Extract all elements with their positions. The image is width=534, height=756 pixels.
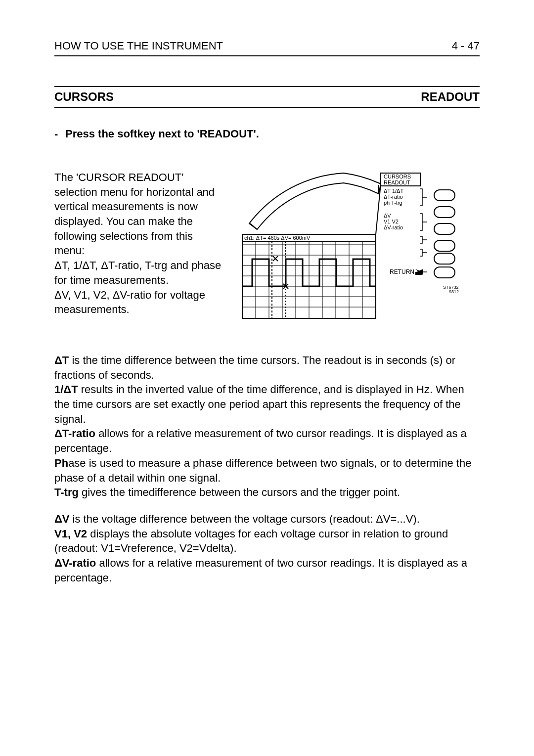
definitions: ΔT is the time difference between the ti… bbox=[54, 353, 480, 585]
intro-l7: for time measurements. bbox=[54, 274, 169, 286]
svg-rect-36 bbox=[434, 207, 455, 218]
def-tratio-text: allows for a relative measurement of two… bbox=[54, 427, 467, 454]
instruction-line: -Press the softkey next to 'READOUT'. bbox=[54, 128, 480, 140]
scope-readout: ch1: ΔT= 460s ΔV= 600mV bbox=[244, 235, 311, 241]
intro-l8: ΔV, V1, V2, ΔV-ratio for voltage bbox=[54, 289, 205, 301]
svg-line-1 bbox=[250, 223, 257, 229]
page: HOW TO USE THE INSTRUMENT 4 - 47 CURSORS… bbox=[0, 0, 534, 756]
intro-l2: selection menu for horizontal and bbox=[54, 186, 215, 198]
menu-row-dt: ΔT 1/ΔT bbox=[384, 188, 403, 194]
page-number: 4 - 47 bbox=[452, 40, 480, 52]
menu-row-dvratio: ΔV-ratio bbox=[384, 224, 403, 230]
svg-rect-35 bbox=[434, 190, 455, 201]
menu-row-dtratio: ΔT-ratio bbox=[384, 194, 403, 200]
def-v1v2-text: displays the absolute voltages for each … bbox=[54, 528, 448, 555]
svg-rect-37 bbox=[434, 223, 455, 234]
svg-rect-39 bbox=[434, 253, 455, 264]
svg-rect-38 bbox=[434, 240, 455, 251]
scope-diagram: ch1: ΔT= 460s ΔV= 600mV CURSORS READOUT bbox=[222, 170, 480, 323]
section-left: CURSORS bbox=[54, 90, 114, 104]
intro-l9: measurements. bbox=[54, 303, 130, 315]
intro-l4: displayed. You can make the bbox=[54, 215, 193, 227]
def-dv-text: is the voltage difference between the vo… bbox=[70, 513, 420, 525]
svg-rect-40 bbox=[434, 267, 455, 278]
def-phase-bold: Ph bbox=[54, 457, 68, 469]
intro-l1: The 'CURSOR READOUT' bbox=[54, 171, 183, 183]
menu-row-dv: ΔV bbox=[384, 213, 391, 219]
intro-paragraph: The 'CURSOR READOUT' selection menu for … bbox=[54, 170, 222, 317]
def-dv-bold: ΔV bbox=[54, 513, 70, 525]
page-header: HOW TO USE THE INSTRUMENT 4 - 47 bbox=[54, 40, 480, 56]
intro-l5: following selections from this menu: bbox=[54, 230, 193, 257]
intro-l6: ΔT, 1/ΔT, ΔT-ratio, T-trg and phase bbox=[54, 259, 221, 271]
softkey-buttons bbox=[434, 190, 455, 278]
instruction-text: Press the softkey next to 'READOUT'. bbox=[65, 128, 259, 140]
def-invdt-bold: 1/ΔT bbox=[54, 383, 78, 396]
def-tratio-bold: ΔT-ratio bbox=[54, 427, 95, 440]
diagram-ref-2: 9312 bbox=[449, 289, 459, 294]
scope-svg: ch1: ΔT= 460s ΔV= 600mV CURSORS READOUT bbox=[232, 170, 470, 323]
menu-row-v1v2: V1 V2 bbox=[384, 219, 399, 224]
def-dt-text: is the time difference between the time … bbox=[54, 354, 455, 381]
def-ttrg-text: gives the timedifference between the cur… bbox=[79, 486, 400, 498]
def-invdt-text: results in the inverted value of the tim… bbox=[54, 383, 464, 425]
menu-return-label: RETURN bbox=[390, 268, 414, 275]
def-ttrg-bold: T-trg bbox=[54, 486, 79, 498]
def-phase-text: ase is used to measure a phase differenc… bbox=[54, 457, 471, 484]
menu-row-ph: ph T-trg bbox=[384, 200, 402, 206]
def-v1v2-bold: V1, V2 bbox=[54, 528, 87, 540]
menu-title-2: READOUT bbox=[384, 179, 410, 185]
section-header: CURSORS READOUT bbox=[54, 86, 480, 108]
intro-l3: vertical measurements is now bbox=[54, 200, 198, 213]
menu-title-1: CURSORS bbox=[384, 174, 411, 179]
def-vratio-bold: ΔV-ratio bbox=[54, 557, 96, 569]
def-vratio-text: allows for a relative measurement of two… bbox=[54, 557, 467, 584]
def-dt-bold: ΔT bbox=[54, 354, 69, 366]
header-left: HOW TO USE THE INSTRUMENT bbox=[54, 40, 223, 52]
section-right: READOUT bbox=[421, 90, 480, 104]
